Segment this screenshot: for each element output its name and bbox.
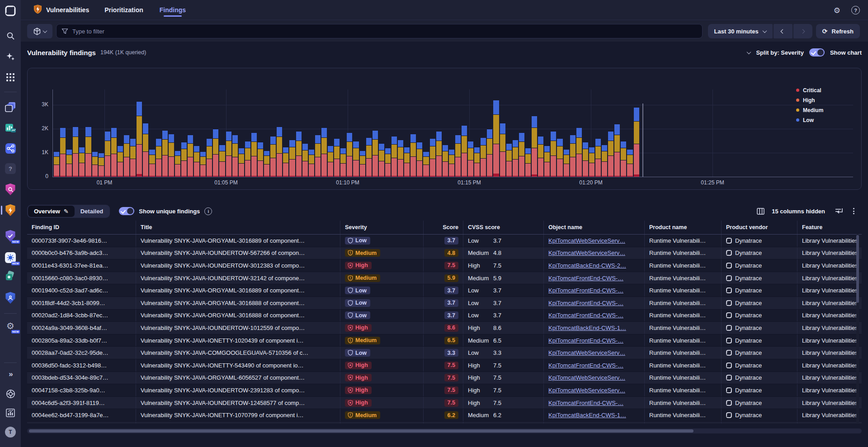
object-name-link[interactable]: KpiTomcatBackEnd-CWS-2… [548,262,626,269]
bar[interactable] [264,151,269,177]
legend-item[interactable]: Critical [796,86,823,94]
bar[interactable] [519,132,524,177]
table-row[interactable]: 00028aa7-0ad2-32c2-95de…Vulnerability SN… [27,347,862,359]
bar[interactable] [334,138,340,177]
bar[interactable] [443,145,448,177]
column-header-title[interactable]: Title [136,221,340,234]
legend-item[interactable]: Low [796,116,823,124]
bar[interactable] [194,146,199,177]
bar[interactable] [54,151,59,177]
bar[interactable] [583,142,588,177]
user-avatar[interactable]: T [0,426,21,438]
column-header-feature[interactable]: Feature [797,221,862,234]
bar[interactable] [169,134,174,177]
bar[interactable] [538,136,543,177]
object-name-link[interactable]: KpiTomcatFrontEnd-CWS-… [548,300,623,306]
help-icon[interactable]: ? [851,6,860,14]
object-name-link[interactable]: KpiTomcatFrontEnd-CWS-… [548,362,623,369]
bar[interactable] [436,131,442,177]
bar[interactable] [347,132,352,177]
scope-selector-button[interactable] [27,24,52,38]
bar[interactable] [270,136,276,177]
object-name-link[interactable]: KpiTomcatFrontEnd-CWS-… [548,275,623,282]
column-header-product-vendor[interactable]: Product vendor [721,221,797,234]
bar[interactable] [99,153,104,177]
bar[interactable] [621,141,626,177]
bar[interactable] [219,145,225,177]
bar[interactable] [213,129,218,177]
table-row[interactable]: 0000733f-3907-3e46-9816…Vulnerability SN… [27,235,862,247]
columns-hidden-label[interactable]: 15 columns hidden [772,208,825,215]
bar[interactable] [309,149,314,177]
bar[interactable] [283,147,288,177]
sidebar-item-app-workflows[interactable] [0,142,21,155]
bar[interactable] [321,127,327,177]
app-title[interactable]: Vulnerabilities [33,5,89,16]
table-row[interactable]: 0002805a-89a2-33db-b0f7…Vulnerability SN… [27,334,862,347]
legend-item[interactable]: Medium [796,106,823,114]
object-name-link[interactable]: KpiTomcatFrontEnd-CWS-… [548,312,623,319]
bar[interactable] [417,142,422,177]
bar[interactable] [232,135,238,177]
sidebar-item-settings-gear[interactable]: ⚙NEW [0,320,21,332]
table-row[interactable]: 0004ee62-bd47-3199-8a7e…Vulnerability SN… [27,409,862,422]
table-row[interactable]: 00036d50-fadc-3312-b498…Vulnerability SN… [27,359,862,372]
bar[interactable] [595,138,601,177]
bar[interactable] [379,143,384,177]
bar[interactable] [392,136,397,177]
bar[interactable] [487,129,492,177]
sidebar-item-app-hosts[interactable] [0,101,21,113]
bar[interactable] [493,100,499,177]
bar[interactable] [137,101,142,177]
bar[interactable] [423,151,429,177]
timeframe-back-button[interactable] [774,24,793,38]
bar[interactable] [156,138,161,177]
split-by-label[interactable]: Split by: Severity [756,49,803,56]
collapse-chevron-icon[interactable] [747,50,751,54]
table-row[interactable]: 00020ad2-1d84-3cbb-87ec…Vulnerability SN… [27,310,862,322]
sidebar-item-app-identity[interactable] [0,292,21,304]
tab-detailed[interactable]: Detailed [75,206,109,217]
table-row[interactable]: 0001f8df-44d2-3cb1-8099…Vulnerability SN… [27,297,862,310]
table-row[interactable]: 00019400-c52d-3ad7-ad6c…Vulnerability SN… [27,284,862,297]
bar[interactable] [608,131,613,177]
table-row[interactable]: 00047158-c3b8-325b-9a0…Vulnerability SNY… [27,384,862,397]
bar[interactable] [302,143,308,177]
bar[interactable] [544,146,550,177]
table-row[interactable]: 00050ed0-123b-3eb4-987…Vulnerability SNY… [27,422,862,423]
info-icon[interactable]: i [204,207,212,215]
object-name-link[interactable]: KpiTomcatWebServiceServ… [548,387,625,394]
sidebar-item-usage-summary[interactable] [0,406,21,419]
table-row[interactable]: 0003bdeb-d534-304e-89c7…Vulnerability SN… [27,372,862,385]
bar[interactable] [614,124,620,177]
bar[interactable] [602,145,607,177]
refresh-button[interactable]: ⟳ Refresh [816,24,860,38]
table-row[interactable]: 00015660-c080-3ac0-8930…Vulnerability SN… [27,272,862,285]
dynatrace-logo[interactable] [0,5,21,17]
object-name-link[interactable]: KpiTomcatBackEnd-CWS-1… [548,325,626,331]
bar[interactable] [462,125,467,177]
bar[interactable] [245,141,250,177]
bar[interactable] [532,116,537,177]
bar[interactable] [162,130,168,177]
vertical-scrollbar-thumb[interactable] [856,235,859,303]
horizontal-scrollbar[interactable] [27,428,862,433]
horizontal-scrollbar-thumb[interactable] [29,429,693,433]
bar[interactable] [557,138,562,177]
bar[interactable] [105,131,110,177]
column-header-product-name[interactable]: Product name [644,221,721,234]
column-header-finding-id[interactable]: Finding ID [27,221,136,234]
bar[interactable] [500,123,505,177]
object-name-link[interactable]: KpiTomcatFrontEnd-CWS-… [548,337,623,344]
bar[interactable] [79,147,85,177]
object-name-link[interactable]: KpiTomcatWebServiceServ… [548,249,625,256]
bar[interactable] [143,123,148,177]
tab-prioritization[interactable]: Prioritization [104,1,144,19]
bar[interactable] [251,132,257,177]
object-name-link[interactable]: KpiTomcatWebServiceServ… [548,374,625,381]
object-name-link[interactable]: KpiTomcatWebServiceServ… [548,349,625,356]
bar[interactable] [430,138,435,177]
bar[interactable] [111,127,117,177]
bar[interactable] [404,147,410,177]
bar[interactable] [296,131,302,177]
